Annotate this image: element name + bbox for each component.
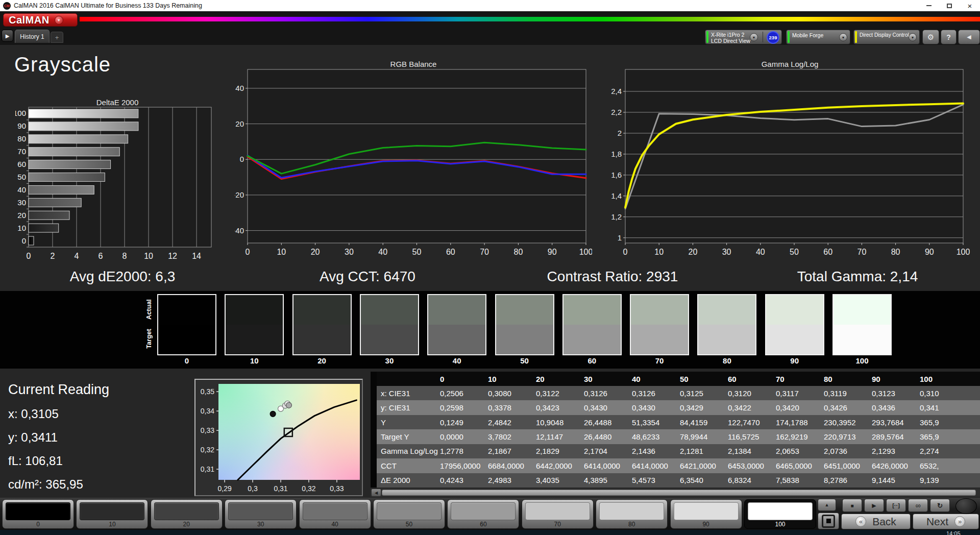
table-col-header-100: 100 [919,375,967,383]
pattern-source-dropdown[interactable]: Mobile Forge ▼ [786,30,850,44]
table-row-label: x: CIE31 [377,389,439,398]
table-cell: 2,1281 [679,447,727,455]
meter-count-badge: 239 [767,31,779,44]
table-row: CCT17956,00006684,00006442,00006414,0000… [371,458,980,473]
table-cell: 122,7470 [727,418,775,427]
swatch-actual-50 [496,295,553,325]
tab-history-1[interactable]: History 1 [15,30,50,43]
table-cell: 3,7802 [487,432,535,441]
loop-button[interactable]: ∞ [908,499,928,512]
patch-button-100[interactable]: 100 [744,499,816,529]
patch-button-20[interactable]: 20 [151,499,223,529]
swatch-level-label: 100 [832,356,892,365]
patch-button-70[interactable]: 70 [522,499,594,529]
swatch-actual-90 [766,295,823,325]
svg-text:0,29: 0,29 [217,484,231,493]
next-button-label: Next [926,516,948,528]
pattern-dial-knob[interactable] [955,498,977,514]
patch-button-label: 10 [77,521,148,528]
back-button-label: Back [872,516,896,528]
table-cell: 6453,0000 [727,461,775,470]
swatch-level-label: 30 [360,356,419,365]
back-button[interactable]: « Back [841,514,911,529]
patch-button-10[interactable]: 10 [76,499,148,529]
play-button[interactable]: ▶ [864,499,884,512]
swatch-level-label: 90 [765,356,824,365]
svg-text:1,8: 1,8 [611,150,622,158]
scroll-up-button[interactable]: ▲ [818,499,836,511]
svg-text:1: 1 [618,233,622,242]
table-cell: 116,5725 [727,432,775,441]
scrollbar-thumb[interactable] [382,490,976,496]
refresh-button[interactable]: ↻ [930,499,950,512]
svg-text:10: 10 [17,224,26,232]
maximize-button[interactable] [939,0,960,11]
table-col-header-20: 20 [535,375,583,383]
table-col-header-50: 50 [679,375,727,383]
table-cell: 3,4035 [535,476,583,484]
display-control-dropdown[interactable]: Direct Display Control ▼ [853,30,920,44]
svg-text:0,33: 0,33 [201,426,214,434]
patch-color-chip [525,502,590,520]
patch-button-50[interactable]: 50 [373,499,445,529]
table-cell: 0,3436 [871,403,919,412]
grayscale-swatch-30 [360,294,419,355]
table-cell: 84,4159 [679,418,727,427]
patch-button-80[interactable]: 80 [596,499,668,529]
help-icon: ? [946,33,951,41]
collapse-panel-button[interactable]: ◀ [958,30,980,44]
settings-button[interactable]: ⚙ [922,30,939,44]
table-cell: 0,3080 [487,389,535,398]
svg-text:70: 70 [480,248,489,256]
svg-text:60: 60 [823,248,832,256]
calman-app: CM CalMAN 2016 CalMAN Ultimate for Busin… [0,0,980,535]
add-tab-button[interactable]: + [51,32,63,43]
patch-button-90[interactable]: 90 [670,499,742,529]
reading-y: y: 0,3411 [8,430,192,445]
stop-button[interactable]: ■ [842,499,862,512]
cie-chromaticity-widget: 0,350,340,330,320,310,290,30,310,320,33 [194,379,363,496]
table-cell: 10,9048 [535,418,583,427]
close-button[interactable]: × [960,0,980,11]
table-cell: 0,3423 [535,403,583,412]
current-reading-title: Current Reading [8,382,192,398]
table-cell: 0,3119 [823,389,871,398]
grayscale-swatch-60 [562,294,622,355]
swatch-actual-30 [361,295,418,325]
swatch-target-70 [631,325,688,354]
swatch-actual-70 [631,295,688,325]
reading-x: x: 0,3105 [8,407,192,421]
help-button[interactable]: ? [941,30,957,44]
deltae-chart-widget: DeltaE 2000 0246810121410090807060504030… [15,98,219,262]
patch-button-60[interactable]: 60 [447,499,519,529]
refresh-icon: ↻ [937,502,943,509]
svg-text:0: 0 [240,155,244,163]
svg-text:100: 100 [579,248,592,256]
patch-button-label: 100 [745,521,816,528]
minimize-button[interactable] [919,0,939,11]
table-cell: 293,7684 [871,418,919,427]
swatch-level-label: 0 [157,356,216,365]
scroll-left-button[interactable]: ◀ [372,489,381,496]
svg-text:0,32: 0,32 [302,484,315,493]
patch-button-0[interactable]: 0 [2,499,74,529]
tab-scroll-button[interactable]: ▶ [2,30,13,42]
svg-text:0: 0 [623,248,628,256]
current-reading-panel: Current Reading x: 0,3105 y: 0,3411 fL: … [8,382,192,492]
table-cell: 0,3122 [535,389,583,398]
svg-text:0,35: 0,35 [201,387,214,396]
pattern-window-icon [822,515,835,528]
pattern-window-button[interactable] [818,513,839,529]
meter-device-dropdown[interactable]: X-Rite i1Pro 2 LCD Direct View ▼ 239 [705,30,782,44]
next-button[interactable]: Next » [913,514,979,529]
patch-button-30[interactable]: 30 [225,499,297,529]
calman-logo-menu[interactable]: CalMAN ▼ [3,13,78,27]
patch-button-40[interactable]: 40 [299,499,371,529]
swatch-level-label: 70 [630,356,689,365]
table-cell: 0,1249 [439,418,487,427]
table-scrollbar: ◀ [371,489,980,497]
pattern-bar: 0102030405060708090100 ▲ ■ ▶ [··] ∞ ↻ « … [0,498,980,530]
svg-text:40: 40 [17,185,26,194]
svg-text:30: 30 [722,248,731,256]
read-continuous-button[interactable]: [··] [886,499,906,512]
